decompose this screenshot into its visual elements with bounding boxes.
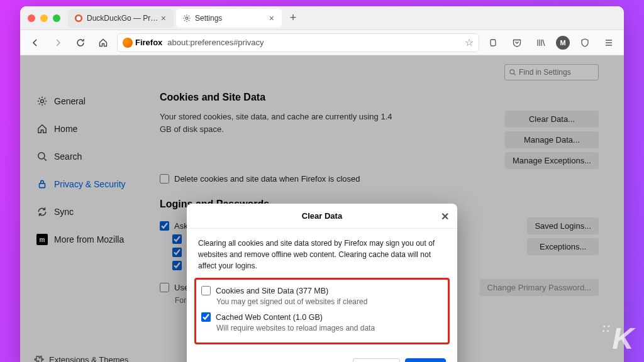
shield-icon[interactable]: [576, 34, 594, 52]
tab-duckduckgo[interactable]: DuckDuckGo — Privacy, simplif ×: [68, 9, 174, 28]
dialog-close-button[interactable]: ✕: [438, 210, 451, 222]
new-tab-button[interactable]: +: [284, 9, 302, 27]
firefox-icon: [123, 38, 133, 48]
account-avatar[interactable]: M: [556, 36, 570, 50]
clear-button[interactable]: Clear: [405, 358, 446, 362]
nav-toolbar: Firefox about:preferences#privacy ☆ M: [20, 30, 624, 55]
close-tab-icon[interactable]: ×: [160, 13, 167, 23]
tab-label: Settings: [195, 14, 268, 23]
dialog-title: Clear Data: [302, 211, 342, 221]
back-button[interactable]: [26, 34, 44, 52]
cancel-button[interactable]: Cancel: [353, 358, 399, 362]
close-window-button[interactable]: [28, 14, 35, 22]
dialog-header: Clear Data ✕: [187, 204, 457, 229]
maximize-window-button[interactable]: [53, 14, 60, 22]
home-button[interactable]: [94, 34, 112, 52]
forward-button[interactable]: [49, 34, 67, 52]
extensions-button[interactable]: [484, 34, 502, 52]
url-bar[interactable]: Firefox about:preferences#privacy ☆: [117, 33, 479, 52]
menu-button[interactable]: [600, 34, 618, 52]
dialog-intro: Clearing all cookies and site data store…: [198, 238, 446, 272]
gear-icon: [182, 14, 191, 23]
url-text: about:preferences#privacy: [167, 38, 264, 47]
option-cookies: Cookies and Site Data (377 MB) You may g…: [201, 286, 443, 306]
option-title: Cached Web Content (1.0 GB): [216, 313, 323, 322]
svg-point-1: [77, 16, 81, 20]
clear-data-dialog: Clear Data ✕ Clearing all cookies and si…: [187, 204, 457, 362]
identity-box[interactable]: Firefox: [123, 38, 162, 48]
duckduckgo-icon: [74, 14, 83, 23]
titlebar: DuckDuckGo — Privacy, simplif × Settings…: [20, 6, 624, 30]
dialog-highlight-box: Cookies and Site Data (377 MB) You may g…: [194, 278, 450, 344]
tab-label: DuckDuckGo — Privacy, simplif: [87, 14, 160, 23]
option-subtext: Will require websites to reload images a…: [216, 324, 443, 332]
url-prefix: Firefox: [135, 38, 162, 47]
option-cache: Cached Web Content (1.0 GB) Will require…: [201, 312, 443, 332]
pocket-button[interactable]: [508, 34, 526, 52]
option-cache-checkbox[interactable]: Cached Web Content (1.0 GB): [201, 312, 443, 322]
browser-window: DuckDuckGo — Privacy, simplif × Settings…: [20, 6, 624, 362]
minimize-window-button[interactable]: [40, 14, 48, 22]
close-tab-icon[interactable]: ×: [268, 13, 275, 23]
watermark-logo: ::K: [602, 321, 633, 356]
tab-settings[interactable]: Settings ×: [176, 9, 282, 28]
option-cookies-checkbox[interactable]: Cookies and Site Data (377 MB): [201, 286, 443, 295]
reload-button[interactable]: [72, 34, 89, 52]
content-area: Find in Settings General Home Search: [20, 55, 624, 362]
window-controls: [28, 14, 60, 22]
option-subtext: You may get signed out of websites if cl…: [216, 297, 443, 306]
svg-point-2: [186, 17, 188, 19]
option-title: Cookies and Site Data (377 MB): [216, 287, 328, 295]
bookmark-star-icon[interactable]: ☆: [465, 36, 474, 48]
library-button[interactable]: [532, 34, 550, 52]
